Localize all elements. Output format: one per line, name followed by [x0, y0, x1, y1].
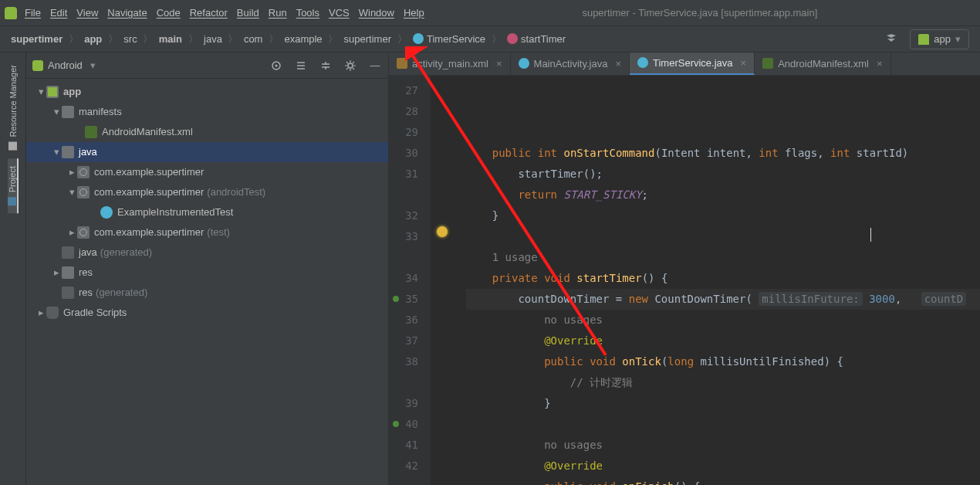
close-icon[interactable]: ×: [496, 58, 502, 70]
menu-vcs[interactable]: VCS: [329, 7, 350, 19]
caret-icon[interactable]: [51, 144, 62, 161]
tree-node-pkg-androidtest[interactable]: com.example.supertimer (androidTest): [26, 182, 388, 202]
override-marker-icon[interactable]: [393, 296, 399, 302]
gutter-line[interactable]: 32: [389, 205, 421, 226]
caret-icon[interactable]: [35, 83, 46, 100]
tree-node-app[interactable]: app: [26, 82, 388, 102]
editor-gutter[interactable]: 27282930313233343536373839404142: [389, 76, 431, 485]
gutter-line[interactable]: [389, 372, 421, 393]
code-line[interactable]: @Override: [466, 331, 980, 351]
code-line[interactable]: // 计时逻辑: [466, 372, 980, 393]
caret-icon[interactable]: [51, 103, 62, 120]
editor-fold-column[interactable]: [431, 76, 454, 485]
gutter-line[interactable]: [389, 185, 421, 205]
code-line[interactable]: private void startTimer() {: [466, 268, 980, 289]
gutter-line[interactable]: 38: [389, 351, 421, 372]
crumb-main[interactable]: main: [156, 32, 185, 46]
menu-view[interactable]: View: [76, 7, 98, 19]
crumb-project[interactable]: supertimer: [8, 32, 66, 46]
code-line[interactable]: [466, 226, 980, 247]
code-line[interactable]: 1 usage: [466, 247, 980, 268]
code-line[interactable]: countDownTimer = new CountDownTimer( mil…: [466, 289, 980, 310]
menu-build[interactable]: Build: [237, 7, 259, 19]
gutter-line[interactable]: 29: [389, 122, 421, 143]
gutter-line[interactable]: [389, 247, 421, 268]
crumb-class[interactable]: TimerService: [410, 32, 488, 46]
crumb-module[interactable]: app: [81, 32, 105, 46]
menu-help[interactable]: Help: [404, 7, 424, 19]
gutter-line[interactable]: 35: [389, 289, 421, 310]
code-line[interactable]: public void onTick(long millisUntilFinis…: [466, 351, 980, 372]
menu-edit[interactable]: Edit: [50, 7, 67, 19]
caret-icon[interactable]: [66, 184, 77, 201]
tree-node-res-generated[interactable]: res (generated): [26, 283, 388, 303]
code-line[interactable]: startTimer();: [466, 164, 980, 185]
gutter-line[interactable]: 39: [389, 393, 421, 414]
gutter-line[interactable]: 41: [389, 435, 421, 456]
code-line[interactable]: public void onFinish() {: [466, 477, 980, 485]
tab-timer-service[interactable]: TimerService.java ×: [630, 53, 755, 75]
close-icon[interactable]: ×: [877, 58, 883, 70]
code-line[interactable]: no usages: [466, 435, 980, 456]
crumb-method[interactable]: startTimer: [504, 32, 569, 46]
tree-node-res[interactable]: res: [26, 263, 388, 283]
gutter-line[interactable]: 28: [389, 101, 421, 122]
code-line[interactable]: }: [466, 393, 980, 414]
run-configuration-dropdown[interactable]: app ▾: [910, 29, 969, 49]
menu-file[interactable]: File: [25, 7, 41, 19]
tree-node-java-generated[interactable]: java (generated): [26, 242, 388, 263]
rail-tab-project[interactable]: Project: [8, 158, 19, 213]
locate-file-icon[interactable]: [269, 59, 283, 73]
override-marker-icon[interactable]: [393, 421, 399, 427]
crumb-src[interactable]: src: [120, 32, 140, 46]
gutter-line[interactable]: 42: [389, 456, 421, 477]
gutter-line[interactable]: 31: [389, 164, 421, 185]
tree-node-pkg-test[interactable]: com.example.supertimer (test): [26, 222, 388, 242]
tab-android-manifest[interactable]: AndroidManifest.xml ×: [755, 53, 890, 75]
select-opened-file-icon[interactable]: [294, 59, 308, 73]
crumb-com[interactable]: com: [241, 32, 266, 46]
rail-tab-resource-manager[interactable]: Resource Manager: [8, 57, 18, 158]
tab-main-activity[interactable]: MainActivity.java ×: [511, 53, 630, 75]
hide-panel-icon[interactable]: —: [368, 59, 382, 73]
code-line[interactable]: no usages: [466, 310, 980, 331]
menu-tools[interactable]: Tools: [296, 7, 319, 19]
crumb-java[interactable]: java: [201, 32, 225, 46]
code-line[interactable]: }: [466, 205, 980, 226]
make-project-icon[interactable]: [884, 32, 899, 47]
code-line[interactable]: [466, 414, 980, 435]
close-icon[interactable]: ×: [741, 57, 747, 69]
editor-code[interactable]: public int onStartCommand(Intent intent,…: [454, 76, 980, 485]
menu-code[interactable]: Code: [157, 7, 181, 19]
tree-node-manifest-file[interactable]: AndroidManifest.xml: [26, 122, 388, 142]
gutter-line[interactable]: 27: [389, 80, 421, 101]
code-line[interactable]: public int onStartCommand(Intent intent,…: [466, 143, 980, 164]
menu-refactor[interactable]: Refactor: [190, 7, 228, 19]
menu-run[interactable]: Run: [269, 7, 287, 19]
collapse-all-icon[interactable]: [319, 59, 333, 73]
project-view-dropdown[interactable]: Android ▾: [32, 59, 96, 71]
gutter-line[interactable]: 30: [389, 143, 421, 164]
code-line[interactable]: return START_STICKY;: [466, 185, 980, 205]
code-line[interactable]: @Override: [466, 456, 980, 477]
gutter-line[interactable]: 40: [389, 414, 421, 435]
caret-icon[interactable]: [51, 264, 62, 281]
settings-icon[interactable]: [343, 59, 357, 73]
caret-icon[interactable]: [66, 224, 77, 241]
gutter-line[interactable]: 36: [389, 310, 421, 331]
editor[interactable]: 27282930313233343536373839404142 public …: [389, 76, 980, 485]
close-icon[interactable]: ×: [615, 58, 621, 70]
tab-activity-main-xml[interactable]: activity_main.xml ×: [389, 53, 511, 75]
menu-navigate[interactable]: Navigate: [107, 7, 147, 19]
tree-node-gradle-scripts[interactable]: Gradle Scripts: [26, 303, 388, 323]
caret-icon[interactable]: [35, 304, 46, 321]
gutter-line[interactable]: 37: [389, 331, 421, 351]
gutter-line[interactable]: 34: [389, 268, 421, 289]
crumb-example[interactable]: example: [281, 32, 325, 46]
menu-window[interactable]: Window: [359, 7, 394, 19]
crumb-package[interactable]: supertimer: [341, 32, 394, 46]
intention-bulb-icon[interactable]: [437, 226, 448, 237]
tree-node-pkg-main[interactable]: com.example.supertimer: [26, 162, 388, 182]
tree-node-instrumented-test[interactable]: ExampleInstrumentedTest: [26, 202, 388, 222]
caret-icon[interactable]: [66, 164, 77, 181]
